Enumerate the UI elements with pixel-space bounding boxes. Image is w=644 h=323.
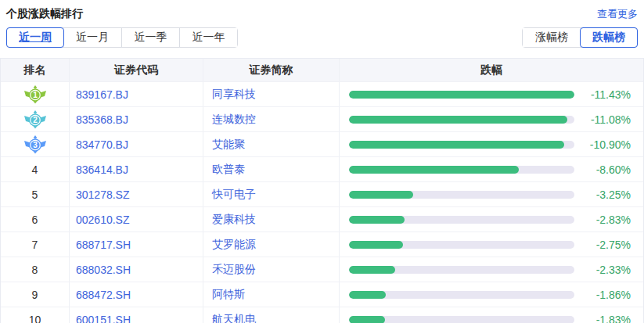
tab-last-week[interactable]: 近一周: [6, 27, 64, 48]
name-cell: 爱康科技: [203, 207, 340, 231]
change-cell: -2.83%: [340, 207, 643, 231]
code-cell: 002610.SZ: [70, 207, 203, 231]
table-row: 9 688472.SH 阿特斯 -1.86%: [1, 282, 643, 307]
change-bar-track: [349, 316, 574, 323]
stock-code-link[interactable]: 688717.SH: [76, 239, 131, 251]
name-cell: 艾能聚: [203, 132, 340, 156]
ranking-table: 排名 证券代码 证券简称 跌幅 1 839167.BJ 同享科技 -11.43%…: [0, 58, 644, 323]
stock-name-link[interactable]: 同享科技: [212, 88, 256, 102]
rank-cell: 2: [1, 107, 70, 131]
svg-text:2: 2: [33, 116, 38, 124]
stock-code-link[interactable]: 835368.BJ: [76, 113, 128, 126]
page-title: 个股涨跌幅排行: [6, 7, 83, 21]
change-cell: -3.25%: [340, 182, 643, 206]
rank-cell: 1: [1, 82, 70, 106]
rank-cell: 5: [1, 182, 70, 206]
stock-name-link[interactable]: 快可电子: [212, 188, 256, 202]
change-bar-fill: [349, 191, 413, 199]
code-cell: 301278.SZ: [70, 182, 203, 206]
change-cell: -11.08%: [340, 107, 643, 131]
rank-medal-icon: 3: [23, 135, 47, 154]
name-cell: 阿特斯: [203, 282, 340, 307]
svg-text:3: 3: [33, 141, 38, 149]
rank-cell: 9: [1, 282, 70, 307]
rank-cell: 6: [1, 207, 70, 231]
page-header: 个股涨跌幅排行 查看更多: [0, 0, 644, 23]
stock-name-link[interactable]: 航天机电: [212, 313, 256, 323]
change-bar-fill: [349, 91, 574, 99]
stock-code-link[interactable]: 688032.SH: [76, 264, 131, 276]
table-row: 7 688717.SH 艾罗能源 -2.75%: [1, 231, 643, 257]
table-row: 4 836414.BJ 欧普泰 -8.60%: [1, 156, 643, 181]
table-row: 1 839167.BJ 同享科技 -11.43%: [1, 81, 643, 106]
view-more-link[interactable]: 查看更多: [597, 7, 638, 21]
change-bar-track: [349, 291, 574, 299]
table-row: 6 002610.SZ 爱康科技 -2.83%: [1, 206, 643, 231]
change-value: -2.33%: [574, 264, 643, 276]
toolbar: 近一周 近一月 近一季 近一年 涨幅榜 跌幅榜: [0, 27, 644, 48]
rank-cell: 4: [1, 157, 70, 181]
change-value: -11.08%: [574, 113, 643, 126]
stock-code-link[interactable]: 688472.SH: [76, 289, 131, 301]
period-tab-group: 近一周 近一月 近一季 近一年: [6, 27, 238, 48]
stock-code-link[interactable]: 836414.BJ: [76, 163, 128, 176]
change-value: -3.25%: [574, 188, 643, 201]
change-cell: -2.75%: [340, 232, 643, 257]
stock-code-link[interactable]: 600151.SH: [76, 314, 131, 323]
column-header-rank: 排名: [1, 59, 70, 81]
stock-name-link[interactable]: 阿特斯: [212, 288, 245, 302]
change-bar-fill: [349, 241, 403, 249]
stock-name-link[interactable]: 欧普泰: [212, 163, 245, 177]
stock-name-link[interactable]: 艾罗能源: [212, 238, 256, 252]
column-header-name: 证券简称: [203, 59, 340, 81]
code-cell: 834770.BJ: [70, 132, 203, 156]
change-bar-track: [349, 266, 574, 274]
rank-cell: 7: [1, 232, 70, 257]
rank-cell: 8: [1, 257, 70, 282]
stock-name-link[interactable]: 连城数控: [212, 113, 256, 127]
change-cell: -11.43%: [340, 82, 643, 106]
change-value: -11.43%: [574, 88, 643, 101]
stock-code-link[interactable]: 834770.BJ: [76, 138, 128, 151]
change-cell: -10.90%: [340, 132, 643, 156]
change-cell: -1.86%: [340, 282, 643, 307]
rank-cell: 3: [1, 132, 70, 156]
code-cell: 839167.BJ: [70, 82, 203, 106]
stock-name-link[interactable]: 艾能聚: [212, 138, 245, 152]
tab-gainers-board[interactable]: 涨幅榜: [523, 28, 581, 47]
column-header-change: 跌幅: [340, 59, 643, 81]
change-value: -2.75%: [574, 239, 643, 251]
table-header-row: 排名 证券代码 证券简称 跌幅: [1, 59, 643, 81]
change-bar-fill: [349, 266, 395, 274]
change-bar-fill: [349, 116, 567, 124]
change-value: -2.83%: [574, 214, 643, 226]
change-bar-fill: [349, 291, 386, 299]
table-row: 5 301278.SZ 快可电子 -3.25%: [1, 181, 643, 206]
code-cell: 688032.SH: [70, 257, 203, 282]
stock-code-link[interactable]: 839167.BJ: [76, 88, 128, 101]
name-cell: 航天机电: [203, 307, 340, 323]
tab-losers-board[interactable]: 跌幅榜: [580, 27, 638, 48]
change-value: -1.83%: [574, 314, 643, 323]
table-row: 3 834770.BJ 艾能聚 -10.90%: [1, 131, 643, 156]
change-bar-fill: [349, 216, 405, 224]
name-cell: 快可电子: [203, 182, 340, 206]
table-row: 10 600151.SH 航天机电 -1.83%: [1, 307, 643, 323]
table-row: 8 688032.SH 禾迈股份 -2.33%: [1, 257, 643, 282]
change-bar-fill: [349, 141, 564, 149]
tab-last-month[interactable]: 近一月: [63, 28, 121, 47]
stock-code-link[interactable]: 301278.SZ: [76, 188, 130, 201]
change-bar-track: [349, 191, 574, 199]
stock-name-link[interactable]: 禾迈股份: [212, 263, 256, 277]
change-bar-fill: [349, 166, 519, 174]
stock-name-link[interactable]: 爱康科技: [212, 213, 256, 227]
tab-last-year[interactable]: 近一年: [179, 28, 237, 47]
code-cell: 688717.SH: [70, 232, 203, 257]
code-cell: 836414.BJ: [70, 157, 203, 181]
rank-cell: 10: [1, 307, 70, 323]
tab-last-quarter[interactable]: 近一季: [121, 28, 179, 47]
board-tab-group: 涨幅榜 跌幅榜: [522, 27, 638, 48]
stock-code-link[interactable]: 002610.SZ: [76, 214, 130, 226]
table-body: 1 839167.BJ 同享科技 -11.43% 2 835368.BJ 连城数…: [1, 81, 643, 323]
change-cell: -8.60%: [340, 157, 643, 181]
